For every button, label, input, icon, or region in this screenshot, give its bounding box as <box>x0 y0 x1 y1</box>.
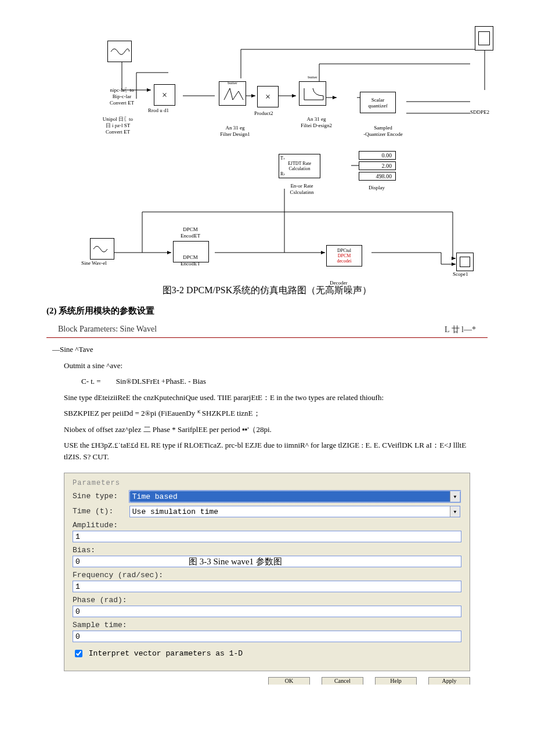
svg-marker-33 <box>251 94 255 98</box>
display-label: Display <box>369 185 385 191</box>
frequency-label: Frequency (rad/sec): <box>73 571 177 579</box>
svg-marker-45 <box>452 257 456 260</box>
svg-marker-34 <box>292 94 296 98</box>
svg-marker-35 <box>333 96 337 99</box>
sine-type-label: Sine type: <box>73 492 125 501</box>
product2-label: Product2 <box>254 110 273 117</box>
filter1-block: butter <box>219 81 246 106</box>
dialog-title: Block Parameters: Sine Wavel <box>58 325 157 335</box>
time-label: Time (t): <box>73 507 125 516</box>
sine-type-dropdown[interactable]: Time based ▼ <box>129 491 460 502</box>
sine-source-block <box>107 41 132 62</box>
sine-wave1-label: Sine Wav-el <box>81 260 107 267</box>
dialog-button-row: OK Cancel Help Apply <box>64 677 470 685</box>
figure-3-2-caption: 图3-2 DPCM/PSK系统的仿真电路图（无高斯噪声） <box>46 285 488 297</box>
apply-button[interactable]: Apply <box>428 677 470 685</box>
amplitude-input[interactable] <box>73 531 461 542</box>
block-diagram: nipc-la〖toBip-c-larConvert ET Unipol 日〖t… <box>46 23 488 279</box>
scalar-block: Scalarquantizef <box>360 92 396 113</box>
dialog-title-right: L 廿 l—* <box>445 325 476 335</box>
figure-3-3-caption: 图 3-3 Sine wave1 参数图 <box>189 556 282 567</box>
unipolar-label: nipc-la〖toBip-c-larConvert ET <box>96 87 148 106</box>
filter2-block: butter <box>299 81 326 106</box>
dpcm-decoder-block: DPCtul DPCMdecodei <box>326 245 362 267</box>
interpret-1d-label: Interpret vector parameters as 1-D <box>89 649 243 658</box>
scalar-label: Sampled-Quantizer Encode <box>354 125 412 138</box>
dpcm-encoder-label2: DPCMEncodET <box>173 254 208 267</box>
bias-label: Bias: <box>73 546 125 555</box>
dialog-title-bar: Block Parameters: Sine Wavel L 廿 l—* <box>46 322 488 338</box>
filter2-label: An 31 egFiltei D-esign2 <box>293 116 340 129</box>
sine-wave1-block <box>90 238 114 260</box>
sample-time-input[interactable] <box>73 631 461 642</box>
scope2-block <box>475 26 493 51</box>
interpret-1d-row[interactable]: Interpret vector parameters as 1-D <box>73 648 461 659</box>
display-val-2: 498.00 <box>359 172 396 181</box>
chevron-down-icon[interactable]: ▼ <box>450 506 460 517</box>
phase-input[interactable] <box>73 606 461 617</box>
decoder-label: Decoder <box>330 280 347 286</box>
filter1-label: An 31 egFilter Design1 <box>215 125 255 138</box>
scope1-label: Scope1 <box>453 271 468 278</box>
cancel-button[interactable]: Cancel <box>322 677 363 685</box>
amplitude-label: Amplitude: <box>73 521 125 530</box>
interpret-1d-checkbox[interactable] <box>75 650 82 657</box>
dpcm-encoder-label: DPCMEncodET <box>173 226 208 239</box>
unipolar-label2: Unipol 日〖to日 i pz-l STConvert ET <box>86 116 150 135</box>
svg-marker-42 <box>167 251 171 254</box>
chevron-down-icon[interactable]: ▼ <box>450 491 460 502</box>
time-dropdown[interactable]: Use simulation time ▼ <box>129 506 460 517</box>
svg-marker-43 <box>321 251 325 254</box>
parameters-panel: Parameters Sine type: Time based ▼ Time … <box>64 473 470 671</box>
svg-marker-44 <box>452 262 456 266</box>
display-val-0: 0.00 <box>359 151 396 160</box>
sample-time-label: Sample time: <box>73 621 127 629</box>
product1-block: × <box>154 84 175 106</box>
section-2-heading: (2) 系统所用模块的参数设置 <box>46 305 488 316</box>
display-val-1: 2.00 <box>359 161 396 170</box>
product1-label: Rrod u d1 <box>148 107 169 114</box>
phase-label: Phase (rad): <box>73 596 127 604</box>
help-button[interactable]: Help <box>375 677 417 685</box>
sine-icon <box>110 46 129 57</box>
frequency-input[interactable] <box>73 581 461 592</box>
scope1-block <box>456 253 474 271</box>
product2-block: × <box>257 86 279 107</box>
fieldset-label: Parameters <box>73 479 461 487</box>
error-calc-block: T› EJTDT RateCalculation R› <box>279 154 320 178</box>
error-calc-label: En-or RateCslculatinn <box>282 183 322 196</box>
ok-button[interactable]: OK <box>268 677 310 685</box>
dialog-description: —Sine ^Tave Outmit a sine ^ave: C- t. = … <box>46 338 488 473</box>
scope2-label: SDDPE2 <box>470 109 489 116</box>
